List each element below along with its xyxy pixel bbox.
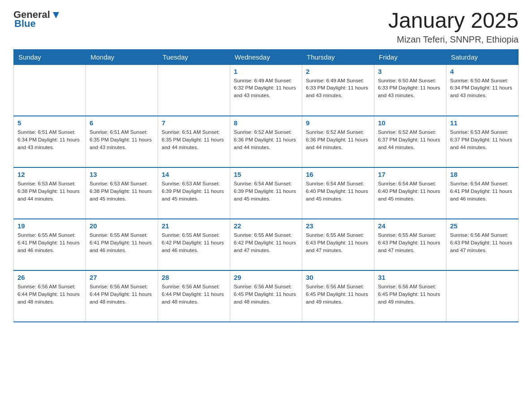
weekday-header-row: SundayMondayTuesdayWednesdayThursdayFrid…: [14, 49, 519, 64]
day-info: Sunrise: 6:54 AM Sunset: 6:41 PM Dayligh…: [450, 180, 515, 202]
logo-triangle-icon: [51, 10, 61, 20]
day-number: 30: [306, 274, 370, 281]
day-info: Sunrise: 6:56 AM Sunset: 6:45 PM Dayligh…: [378, 283, 442, 305]
calendar-table: SundayMondayTuesdayWednesdayThursdayFrid…: [13, 49, 519, 323]
calendar-cell: 30Sunrise: 6:56 AM Sunset: 6:45 PM Dayli…: [302, 270, 374, 322]
day-info: Sunrise: 6:55 AM Sunset: 6:43 PM Dayligh…: [306, 231, 370, 254]
day-info: Sunrise: 6:53 AM Sunset: 6:39 PM Dayligh…: [162, 180, 226, 202]
calendar-cell: 1Sunrise: 6:49 AM Sunset: 6:32 PM Daylig…: [230, 64, 302, 116]
day-number: 1: [234, 68, 298, 75]
day-number: 24: [378, 222, 442, 230]
calendar-cell: 25Sunrise: 6:56 AM Sunset: 6:43 PM Dayli…: [446, 219, 519, 270]
day-info: Sunrise: 6:55 AM Sunset: 6:42 PM Dayligh…: [234, 231, 298, 254]
day-info: Sunrise: 6:55 AM Sunset: 6:41 PM Dayligh…: [17, 231, 82, 254]
day-info: Sunrise: 6:52 AM Sunset: 6:37 PM Dayligh…: [378, 128, 442, 151]
calendar-week-row: 19Sunrise: 6:55 AM Sunset: 6:41 PM Dayli…: [14, 219, 519, 270]
calendar-cell: 22Sunrise: 6:55 AM Sunset: 6:42 PM Dayli…: [230, 219, 302, 270]
calendar-cell: 16Sunrise: 6:54 AM Sunset: 6:40 PM Dayli…: [302, 167, 374, 219]
day-info: Sunrise: 6:51 AM Sunset: 6:35 PM Dayligh…: [90, 128, 154, 151]
calendar-cell: 26Sunrise: 6:56 AM Sunset: 6:44 PM Dayli…: [14, 270, 86, 322]
calendar-week-row: 1Sunrise: 6:49 AM Sunset: 6:32 PM Daylig…: [14, 64, 519, 116]
day-number: 17: [378, 171, 442, 178]
calendar-week-row: 26Sunrise: 6:56 AM Sunset: 6:44 PM Dayli…: [14, 270, 519, 322]
calendar-cell: 2Sunrise: 6:49 AM Sunset: 6:33 PM Daylig…: [302, 64, 374, 116]
day-number: 21: [162, 222, 226, 230]
calendar-cell: 31Sunrise: 6:56 AM Sunset: 6:45 PM Dayli…: [374, 270, 446, 322]
logo-block: General Blue: [13, 9, 61, 30]
day-number: 19: [17, 222, 82, 230]
calendar-cell: 20Sunrise: 6:55 AM Sunset: 6:41 PM Dayli…: [86, 219, 158, 270]
day-info: Sunrise: 6:51 AM Sunset: 6:35 PM Dayligh…: [162, 128, 226, 151]
day-info: Sunrise: 6:51 AM Sunset: 6:34 PM Dayligh…: [17, 128, 82, 151]
calendar-cell: 13Sunrise: 6:53 AM Sunset: 6:38 PM Dayli…: [86, 167, 158, 219]
weekday-monday: Monday: [86, 49, 158, 64]
weekday-sunday: Sunday: [14, 49, 86, 64]
day-info: Sunrise: 6:56 AM Sunset: 6:44 PM Dayligh…: [17, 283, 82, 305]
calendar-cell: 19Sunrise: 6:55 AM Sunset: 6:41 PM Dayli…: [14, 219, 86, 270]
day-number: 4: [450, 68, 515, 75]
day-number: 10: [378, 119, 442, 127]
day-info: Sunrise: 6:50 AM Sunset: 6:34 PM Dayligh…: [450, 77, 515, 99]
weekday-thursday: Thursday: [302, 49, 374, 64]
calendar-cell: 6Sunrise: 6:51 AM Sunset: 6:35 PM Daylig…: [86, 116, 158, 167]
day-info: Sunrise: 6:49 AM Sunset: 6:33 PM Dayligh…: [306, 77, 370, 99]
calendar-cell: 4Sunrise: 6:50 AM Sunset: 6:34 PM Daylig…: [446, 64, 519, 116]
day-number: 8: [234, 119, 298, 127]
day-info: Sunrise: 6:56 AM Sunset: 6:44 PM Dayligh…: [90, 283, 154, 305]
calendar-cell: 17Sunrise: 6:54 AM Sunset: 6:40 PM Dayli…: [374, 167, 446, 219]
day-number: 3: [378, 68, 442, 75]
calendar-cell: 3Sunrise: 6:50 AM Sunset: 6:33 PM Daylig…: [374, 64, 446, 116]
logo: General Blue: [13, 9, 61, 30]
calendar-cell: 9Sunrise: 6:52 AM Sunset: 6:36 PM Daylig…: [302, 116, 374, 167]
svg-marker-0: [53, 12, 59, 18]
day-number: 11: [450, 119, 515, 127]
location-subtitle: Mizan Teferi, SNNPR, Ethiopia: [388, 34, 519, 45]
day-info: Sunrise: 6:52 AM Sunset: 6:36 PM Dayligh…: [306, 128, 370, 151]
day-number: 16: [306, 171, 370, 178]
calendar-header: SundayMondayTuesdayWednesdayThursdayFrid…: [14, 49, 519, 64]
day-number: 13: [90, 171, 154, 178]
calendar-cell: 23Sunrise: 6:55 AM Sunset: 6:43 PM Dayli…: [302, 219, 374, 270]
day-number: 6: [90, 119, 154, 127]
calendar-cell: 11Sunrise: 6:53 AM Sunset: 6:37 PM Dayli…: [446, 116, 519, 167]
day-number: 12: [17, 171, 82, 178]
day-number: 18: [450, 171, 515, 178]
day-info: Sunrise: 6:56 AM Sunset: 6:45 PM Dayligh…: [234, 283, 298, 305]
day-number: 29: [234, 274, 298, 281]
day-number: 14: [162, 171, 226, 178]
calendar-cell: 18Sunrise: 6:54 AM Sunset: 6:41 PM Dayli…: [446, 167, 519, 219]
calendar-cell: 8Sunrise: 6:52 AM Sunset: 6:36 PM Daylig…: [230, 116, 302, 167]
day-info: Sunrise: 6:52 AM Sunset: 6:36 PM Dayligh…: [234, 128, 298, 151]
calendar-cell: 28Sunrise: 6:56 AM Sunset: 6:44 PM Dayli…: [158, 270, 230, 322]
day-info: Sunrise: 6:50 AM Sunset: 6:33 PM Dayligh…: [378, 77, 442, 99]
calendar-cell: 21Sunrise: 6:55 AM Sunset: 6:42 PM Dayli…: [158, 219, 230, 270]
day-info: Sunrise: 6:54 AM Sunset: 6:40 PM Dayligh…: [306, 180, 370, 202]
day-info: Sunrise: 6:56 AM Sunset: 6:43 PM Dayligh…: [450, 231, 515, 254]
day-number: 15: [234, 171, 298, 178]
calendar-cell: 14Sunrise: 6:53 AM Sunset: 6:39 PM Dayli…: [158, 167, 230, 219]
calendar-body: 1Sunrise: 6:49 AM Sunset: 6:32 PM Daylig…: [14, 64, 519, 322]
calendar-cell: 12Sunrise: 6:53 AM Sunset: 6:38 PM Dayli…: [14, 167, 86, 219]
day-number: 7: [162, 119, 226, 127]
calendar-cell: 24Sunrise: 6:55 AM Sunset: 6:43 PM Dayli…: [374, 219, 446, 270]
calendar-week-row: 5Sunrise: 6:51 AM Sunset: 6:34 PM Daylig…: [14, 116, 519, 167]
weekday-wednesday: Wednesday: [230, 49, 302, 64]
calendar-cell: [14, 64, 86, 116]
title-block: January 2025 Mizan Teferi, SNNPR, Ethiop…: [388, 9, 519, 45]
logo-blue-text: Blue: [14, 18, 36, 30]
calendar-cell: [158, 64, 230, 116]
calendar-cell: 15Sunrise: 6:54 AM Sunset: 6:39 PM Dayli…: [230, 167, 302, 219]
calendar-cell: 10Sunrise: 6:52 AM Sunset: 6:37 PM Dayli…: [374, 116, 446, 167]
day-number: 20: [90, 222, 154, 230]
weekday-friday: Friday: [374, 49, 446, 64]
day-info: Sunrise: 6:55 AM Sunset: 6:43 PM Dayligh…: [378, 231, 442, 254]
day-info: Sunrise: 6:54 AM Sunset: 6:39 PM Dayligh…: [234, 180, 298, 202]
day-number: 27: [90, 274, 154, 281]
day-number: 26: [17, 274, 82, 281]
calendar-cell: 29Sunrise: 6:56 AM Sunset: 6:45 PM Dayli…: [230, 270, 302, 322]
day-number: 25: [450, 222, 515, 230]
day-number: 9: [306, 119, 370, 127]
calendar-cell: 5Sunrise: 6:51 AM Sunset: 6:34 PM Daylig…: [14, 116, 86, 167]
day-number: 22: [234, 222, 298, 230]
day-info: Sunrise: 6:56 AM Sunset: 6:44 PM Dayligh…: [162, 283, 226, 305]
